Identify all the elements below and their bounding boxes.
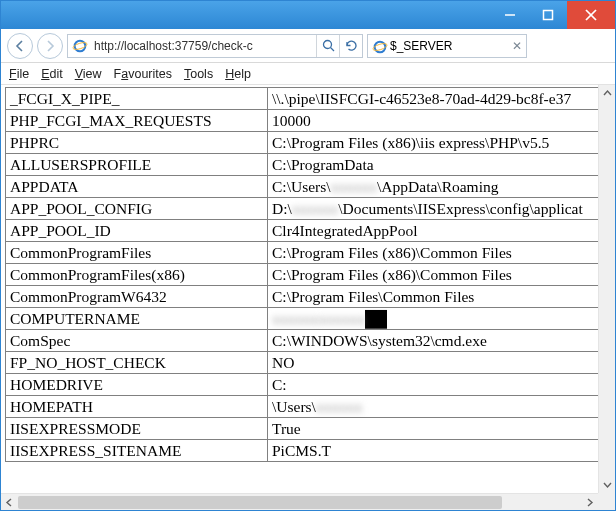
document-body: _FCGI_X_PIPE_\\.\pipe\IISFCGI-c46523e8-7… xyxy=(1,85,615,493)
table-row: _FCGI_X_PIPE_\\.\pipe\IISFCGI-c46523e8-7… xyxy=(6,88,615,110)
var-value: True xyxy=(268,418,615,440)
tab-close-icon[interactable]: ✕ xyxy=(512,39,522,53)
ie-icon xyxy=(372,39,386,53)
var-value: \Users\xxxxxx xyxy=(268,396,615,418)
vertical-scrollbar[interactable] xyxy=(598,85,615,493)
svg-line-16 xyxy=(600,49,602,51)
var-value: xxxxxxxxxxxx██ xyxy=(268,308,615,330)
svg-line-17 xyxy=(591,49,593,51)
maximize-button[interactable] xyxy=(529,1,567,29)
scroll-up-icon[interactable] xyxy=(599,85,615,102)
table-row: HOMEPATH\Users\xxxxxx xyxy=(6,396,615,418)
browser-window: $_SERVER ✕ File Edit View Favourites Too… xyxy=(0,0,616,511)
var-value: C:\Program Files (x86)\Common Files xyxy=(268,242,615,264)
var-name: ALLUSERSPROFILE xyxy=(6,154,268,176)
table-row: FP_NO_HOST_CHECKNO xyxy=(6,352,615,374)
search-icon[interactable] xyxy=(317,35,339,57)
var-value: C: xyxy=(268,374,615,396)
table-row: IISEXPRESS_SITENAMEPiCMS.T xyxy=(6,440,615,462)
refresh-icon[interactable] xyxy=(340,35,362,57)
address-bar xyxy=(67,34,363,58)
var-value: NO xyxy=(268,352,615,374)
menu-edit[interactable]: Edit xyxy=(41,67,63,81)
minimize-button[interactable] xyxy=(491,1,529,29)
url-input[interactable] xyxy=(92,36,316,56)
favorites-icon[interactable] xyxy=(561,37,579,55)
scroll-down-icon[interactable] xyxy=(599,476,615,493)
tab-strip: $_SERVER ✕ xyxy=(367,32,527,60)
var-value: C:\Program Files (x86)\iis express\PHP\v… xyxy=(268,132,615,154)
tab-title: $_SERVER xyxy=(390,39,508,53)
svg-point-9 xyxy=(372,42,388,52)
menu-tools[interactable]: Tools xyxy=(184,67,213,81)
svg-line-7 xyxy=(330,48,334,52)
tools-icon[interactable] xyxy=(587,37,605,55)
menu-help[interactable]: Help xyxy=(225,67,251,81)
var-name: APPDATA xyxy=(6,176,268,198)
table-row: CommonProgramW6432C:\Program Files\Commo… xyxy=(6,286,615,308)
var-name: IISEXPRESS_SITENAME xyxy=(6,440,268,462)
table-row: APP_POOL_IDClr4IntegratedAppPool xyxy=(6,220,615,242)
var-name: ComSpec xyxy=(6,330,268,352)
navbar: $_SERVER ✕ xyxy=(1,29,615,63)
var-name: HOMEPATH xyxy=(6,396,268,418)
svg-rect-1 xyxy=(544,11,553,20)
var-name: COMPUTERNAME xyxy=(6,308,268,330)
var-name: CommonProgramFiles xyxy=(6,242,268,264)
table-row: HOMEDRIVEC: xyxy=(6,374,615,396)
table-row: APP_POOL_CONFIGD:\xxxxxx\Documents\IISEx… xyxy=(6,198,615,220)
table-row: CommonProgramFiles(x86)C:\Program Files … xyxy=(6,264,615,286)
var-value: 10000 xyxy=(268,110,615,132)
var-name: CommonProgramFiles(x86) xyxy=(6,264,268,286)
content-area: _FCGI_X_PIPE_\\.\pipe\IISFCGI-c46523e8-7… xyxy=(1,85,615,510)
table-row: ComSpecC:\WINDOWS\system32\cmd.exe xyxy=(6,330,615,352)
var-value: C:\Users\xxxxxx\AppData\Roaming xyxy=(268,176,615,198)
table-row: IISEXPRESSMODETrue xyxy=(6,418,615,440)
var-name: HOMEDRIVE xyxy=(6,374,268,396)
home-icon[interactable] xyxy=(535,37,553,55)
svg-point-10 xyxy=(592,41,600,49)
var-value: PiCMS.T xyxy=(268,440,615,462)
menu-file[interactable]: File xyxy=(9,67,29,81)
command-bar xyxy=(531,37,609,55)
var-value: D:\xxxxxx\Documents\IISExpress\config\ap… xyxy=(268,198,615,220)
svg-line-15 xyxy=(591,40,593,42)
forward-button[interactable] xyxy=(37,33,63,59)
var-name: _FCGI_X_PIPE_ xyxy=(6,88,268,110)
menu-favourites[interactable]: Favourites xyxy=(114,67,172,81)
menu-view[interactable]: View xyxy=(75,67,102,81)
table-row: PHP_FCGI_MAX_REQUESTS10000 xyxy=(6,110,615,132)
back-button[interactable] xyxy=(7,33,33,59)
horizontal-scrollbar[interactable] xyxy=(1,493,598,510)
svg-point-5 xyxy=(72,41,88,51)
ie-icon xyxy=(71,37,89,55)
titlebar xyxy=(1,1,615,29)
var-value: Clr4IntegratedAppPool xyxy=(268,220,615,242)
var-name: PHPRC xyxy=(6,132,268,154)
var-name: APP_POOL_CONFIG xyxy=(6,198,268,220)
var-name: APP_POOL_ID xyxy=(6,220,268,242)
close-button[interactable] xyxy=(567,1,615,29)
server-vars-table: _FCGI_X_PIPE_\\.\pipe\IISFCGI-c46523e8-7… xyxy=(5,87,615,462)
var-name: CommonProgramW6432 xyxy=(6,286,268,308)
var-name: PHP_FCGI_MAX_REQUESTS xyxy=(6,110,268,132)
table-row: CommonProgramFilesC:\Program Files (x86)… xyxy=(6,242,615,264)
var-value: C:\Program Files\Common Files xyxy=(268,286,615,308)
table-row: ALLUSERSPROFILEC:\ProgramData xyxy=(6,154,615,176)
titlebar-drag-area[interactable] xyxy=(1,1,491,29)
var-name: IISEXPRESSMODE xyxy=(6,418,268,440)
svg-point-6 xyxy=(323,41,331,49)
table-row: APPDATAC:\Users\xxxxxx\AppData\Roaming xyxy=(6,176,615,198)
scroll-right-icon[interactable] xyxy=(581,494,598,511)
menubar: File Edit View Favourites Tools Help xyxy=(1,63,615,85)
var-name: FP_NO_HOST_CHECK xyxy=(6,352,268,374)
var-value: C:\WINDOWS\system32\cmd.exe xyxy=(268,330,615,352)
table-row: PHPRCC:\Program Files (x86)\iis express\… xyxy=(6,132,615,154)
table-row: COMPUTERNAMExxxxxxxxxxxx██ xyxy=(6,308,615,330)
var-value: C:\ProgramData xyxy=(268,154,615,176)
svg-line-18 xyxy=(600,40,602,42)
scroll-corner xyxy=(598,493,615,510)
tab-active[interactable]: $_SERVER ✕ xyxy=(367,34,527,58)
var-value: \\.\pipe\IISFCGI-c46523e8-70ad-4d29-bc8f… xyxy=(268,88,615,110)
scroll-left-icon[interactable] xyxy=(1,494,18,511)
